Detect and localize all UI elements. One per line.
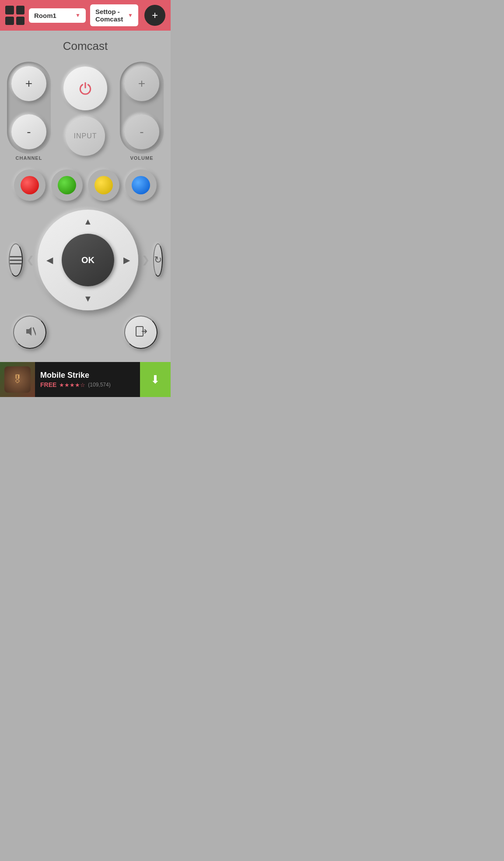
mute-icon xyxy=(24,325,36,340)
dpad: ▲ ◀ OK ▶ ▼ xyxy=(38,210,138,310)
ad-download-button[interactable]: ⬇ xyxy=(140,362,171,397)
room-dropdown-arrow: ▼ xyxy=(75,12,80,18)
volume-up-icon: + xyxy=(138,77,145,91)
blue-button[interactable] xyxy=(125,169,157,201)
dpad-area: ❮ ▲ ◀ OK ▶ ▼ ❯ xyxy=(23,210,153,310)
remote-body: Comcast + - CHANNEL I xyxy=(0,31,171,362)
right-edge-arrow[interactable]: ❯ xyxy=(138,251,153,269)
ad-title: Mobile Strike xyxy=(40,371,135,380)
menu-button[interactable] xyxy=(9,243,23,277)
device-dropdown[interactable]: Settop - Comcast ▼ xyxy=(90,4,138,26)
channel-label: CHANNEL xyxy=(16,155,42,161)
yellow-dot xyxy=(94,176,113,194)
center-group: INPUT xyxy=(63,67,107,156)
dpad-up-button[interactable]: ▲ xyxy=(81,215,94,228)
menu-icon xyxy=(10,256,22,264)
svg-line-1 xyxy=(33,328,36,335)
color-row xyxy=(7,166,164,204)
add-icon: + xyxy=(152,9,158,21)
room-dropdown[interactable]: Room1 ▼ xyxy=(29,8,86,23)
exit-button[interactable] xyxy=(124,316,158,349)
volume-group: + - VOLUME xyxy=(120,62,164,161)
dpad-down-button[interactable]: ▼ xyxy=(81,292,94,305)
mute-button[interactable] xyxy=(13,316,46,349)
dpad-right-button[interactable]: ▶ xyxy=(120,253,133,267)
exit-icon xyxy=(134,325,147,340)
power-icon xyxy=(77,81,93,96)
device-title: Comcast xyxy=(7,39,164,53)
ad-stars: ★★★★☆ xyxy=(59,382,85,388)
channel-down-button[interactable]: - xyxy=(11,114,46,149)
left-edge-arrow[interactable]: ❮ xyxy=(23,251,38,269)
svg-marker-0 xyxy=(26,327,32,336)
volume-down-button[interactable]: - xyxy=(124,114,159,149)
channel-btn-group: + - xyxy=(7,62,51,154)
top-row: + - CHANNEL INPUT xyxy=(7,62,164,161)
nav-row: ❮ ▲ ◀ OK ▶ ▼ ❯ ↻ xyxy=(7,210,164,310)
input-label: INPUT xyxy=(74,132,97,140)
ok-button[interactable]: OK xyxy=(62,234,114,286)
refresh-icon: ↻ xyxy=(154,254,162,266)
volume-label: VOLUME xyxy=(130,155,153,161)
red-button[interactable] xyxy=(14,169,46,201)
volume-down-icon: - xyxy=(140,125,144,139)
input-button[interactable]: INPUT xyxy=(66,116,105,156)
device-label: Settop - Comcast xyxy=(95,8,124,23)
ad-thumbnail: 🎖 xyxy=(4,366,31,393)
device-dropdown-arrow: ▼ xyxy=(128,12,133,18)
channel-group: + - CHANNEL xyxy=(7,62,51,161)
ad-free-label: FREE xyxy=(40,381,56,388)
ad-image: 🎖 xyxy=(0,362,35,397)
room-label: Room1 xyxy=(34,12,56,19)
refresh-button[interactable]: ↻ xyxy=(153,243,163,277)
ad-rating: (109,574) xyxy=(88,382,110,388)
blue-dot xyxy=(132,176,150,194)
volume-btn-group: + - xyxy=(120,62,164,154)
ad-subtitle: FREE ★★★★☆ (109,574) xyxy=(40,381,135,388)
yellow-button[interactable] xyxy=(88,169,119,201)
ad-content: Mobile Strike FREE ★★★★☆ (109,574) xyxy=(35,369,140,390)
green-button[interactable] xyxy=(51,169,83,201)
volume-up-button[interactable]: + xyxy=(124,66,159,101)
channel-up-button[interactable]: + xyxy=(11,66,46,101)
download-icon: ⬇ xyxy=(150,373,160,387)
grid-icon[interactable] xyxy=(5,6,24,25)
ok-label: OK xyxy=(81,255,94,265)
green-dot xyxy=(58,176,76,194)
ad-banner[interactable]: 🎖 Mobile Strike FREE ★★★★☆ (109,574) ⬇ xyxy=(0,362,171,397)
add-button[interactable]: + xyxy=(144,5,165,26)
red-dot xyxy=(21,176,39,194)
header: Room1 ▼ Settop - Comcast ▼ + xyxy=(0,0,171,31)
channel-up-icon: + xyxy=(25,77,32,91)
channel-down-icon: - xyxy=(27,125,31,139)
dpad-left-button[interactable]: ◀ xyxy=(43,253,56,267)
bottom-row xyxy=(7,316,164,349)
power-button[interactable] xyxy=(63,67,107,110)
